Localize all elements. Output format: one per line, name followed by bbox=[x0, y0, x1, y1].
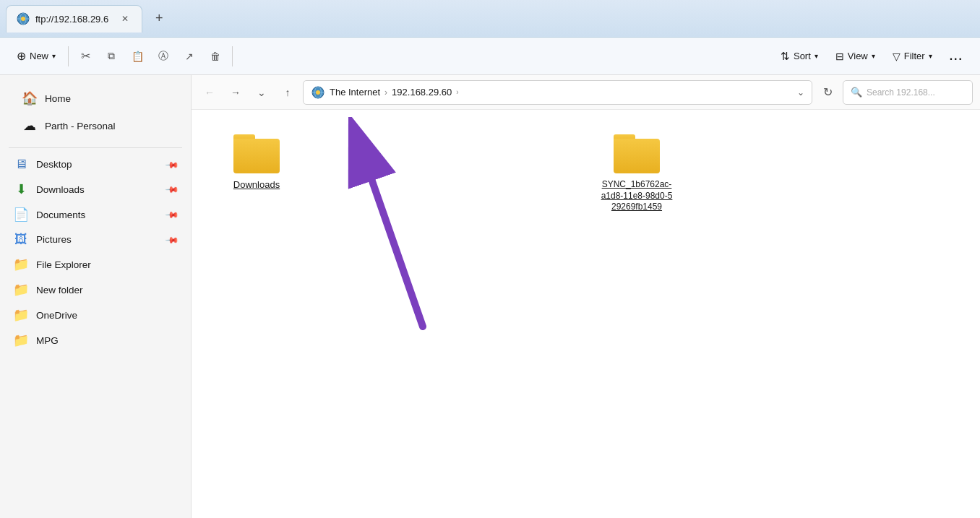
breadcrumb-current[interactable]: 192.168.29.60 bbox=[392, 87, 452, 98]
file-explorer-icon: 📁 bbox=[13, 256, 29, 272]
new-chevron-icon: ▾ bbox=[52, 52, 56, 60]
sidebar-item-pictures[interactable]: 🖼 Pictures 📌 bbox=[4, 228, 186, 251]
mpg-icon: 📁 bbox=[13, 332, 29, 348]
sidebar-item-documents[interactable]: 📄 Documents 📌 bbox=[4, 202, 186, 227]
view-label: View bbox=[848, 51, 868, 61]
back-button[interactable]: ← bbox=[199, 82, 220, 103]
folder-downloads-label: Downloads bbox=[233, 179, 280, 191]
folder-downloads[interactable]: Downloads bbox=[206, 127, 307, 220]
sort-chevron-icon: ▾ bbox=[814, 52, 818, 60]
svg-point-7 bbox=[316, 90, 320, 95]
arrow-annotation bbox=[278, 117, 510, 341]
breadcrumb-arrow-icon: › bbox=[456, 88, 458, 96]
toolbar: ⊕ New ▾ ✂ ⧉ 📋 Ⓐ ↗ 🗑 ⇅ Sort ▾ ⊟ View ▾ ▽ … bbox=[0, 38, 980, 75]
address-bar[interactable]: The Internet › 192.168.29.60 › ⌄ bbox=[303, 80, 812, 105]
forward-button[interactable]: → bbox=[225, 82, 246, 103]
new-button[interactable]: ⊕ New ▾ bbox=[9, 43, 64, 69]
folder-sync-label: SYNC_1b6762ac-a1d8-11e8-98d0-5 29269fb14… bbox=[592, 179, 682, 213]
sidebar-item-home[interactable]: 🏠 Home bbox=[13, 86, 178, 111]
cut-button[interactable]: ✂ bbox=[73, 43, 98, 69]
delete-icon: 🗑 bbox=[210, 51, 220, 62]
filter-button[interactable]: ▽ Filter ▾ bbox=[885, 43, 940, 69]
refresh-button[interactable]: ↻ bbox=[817, 82, 838, 103]
sidebar-desktop-label: Desktop bbox=[36, 159, 72, 170]
sort-button[interactable]: ⇅ Sort ▾ bbox=[773, 43, 826, 69]
download-icon: ⬇ bbox=[13, 181, 29, 197]
pin-icon-desktop: 📌 bbox=[165, 157, 180, 172]
up-button[interactable]: ↑ bbox=[277, 82, 298, 103]
recent-button[interactable]: ⌄ bbox=[251, 82, 272, 103]
sidebar-file-explorer-label: File Explorer bbox=[36, 259, 91, 270]
title-bar: ftp://192.168.29.6 ✕ + bbox=[0, 0, 980, 38]
new-label: New bbox=[30, 51, 48, 61]
sidebar-item-onedrive[interactable]: 📁 OneDrive bbox=[4, 303, 186, 327]
sidebar-divider-1 bbox=[9, 147, 182, 148]
cut-icon: ✂ bbox=[81, 49, 90, 63]
filter-icon: ▽ bbox=[893, 51, 901, 62]
breadcrumb-sep-1: › bbox=[384, 87, 387, 98]
new-folder-icon: 📁 bbox=[13, 282, 29, 298]
sidebar-documents-label: Documents bbox=[36, 210, 85, 220]
tab-favicon bbox=[17, 12, 30, 25]
copy-icon: ⧉ bbox=[108, 50, 115, 62]
onedrive-icon: 📁 bbox=[13, 307, 29, 323]
toolbar-right-group: ⇅ Sort ▾ ⊟ View ▾ ▽ Filter ▾ ... bbox=[773, 43, 971, 69]
view-chevron-icon: ▾ bbox=[872, 52, 875, 60]
breadcrumb-root[interactable]: The Internet bbox=[330, 87, 380, 98]
address-bar-icon bbox=[311, 85, 325, 100]
tab-close-button[interactable]: ✕ bbox=[119, 12, 132, 25]
sidebar-downloads-label: Downloads bbox=[36, 184, 85, 195]
address-bar-row: ← → ⌄ ↑ The Internet › 192.168.29.60 › ⌄… bbox=[192, 75, 980, 110]
folder-sync-icon bbox=[614, 134, 660, 173]
sidebar: 🏠 Home ☁ Parth - Personal 🖥 Desktop 📌 ⬇ … bbox=[0, 75, 192, 518]
svg-point-3 bbox=[21, 17, 25, 21]
sidebar-item-downloads[interactable]: ⬇ Downloads 📌 bbox=[4, 177, 186, 202]
desktop-icon: 🖥 bbox=[13, 157, 29, 172]
delete-button[interactable]: 🗑 bbox=[203, 43, 228, 69]
sidebar-new-folder-label: New folder bbox=[36, 285, 83, 295]
share-icon: ↗ bbox=[185, 51, 194, 62]
search-placeholder: Search 192.168... bbox=[867, 87, 935, 98]
sort-label: Sort bbox=[794, 51, 811, 61]
rename-button[interactable]: Ⓐ bbox=[151, 43, 176, 69]
sidebar-onedrive-label: OneDrive bbox=[36, 310, 77, 321]
pin-icon-documents: 📌 bbox=[165, 207, 180, 223]
new-icon: ⊕ bbox=[17, 49, 26, 63]
sidebar-item-desktop[interactable]: 🖥 Desktop 📌 bbox=[4, 152, 186, 176]
pictures-icon: 🖼 bbox=[13, 232, 29, 247]
cloud-icon: ☁ bbox=[22, 118, 38, 134]
sidebar-cloud-label: Parth - Personal bbox=[45, 121, 116, 131]
sort-icon: ⇅ bbox=[781, 50, 790, 63]
folder-sync[interactable]: SYNC_1b6762ac-a1d8-11e8-98d0-5 29269fb14… bbox=[586, 127, 687, 220]
copy-button[interactable]: ⧉ bbox=[99, 43, 124, 69]
sidebar-item-new-folder[interactable]: 📁 New folder bbox=[4, 277, 186, 302]
toolbar-separator-1 bbox=[68, 46, 69, 66]
sidebar-item-cloud[interactable]: ☁ Parth - Personal bbox=[13, 113, 178, 138]
view-icon: ⊟ bbox=[835, 51, 844, 62]
filter-label: Filter bbox=[904, 51, 925, 61]
paste-button[interactable]: 📋 bbox=[125, 43, 150, 69]
search-box[interactable]: 🔍 Search 192.168... bbox=[843, 80, 973, 105]
tab-title: ftp://192.168.29.6 bbox=[35, 14, 108, 25]
address-dropdown-button[interactable]: ⌄ bbox=[797, 87, 804, 98]
sidebar-item-file-explorer[interactable]: 📁 File Explorer bbox=[4, 252, 186, 277]
sidebar-mpg-label: MPG bbox=[36, 335, 59, 346]
paste-icon: 📋 bbox=[132, 51, 144, 62]
documents-icon: 📄 bbox=[13, 207, 29, 223]
view-button[interactable]: ⊟ View ▾ bbox=[828, 43, 883, 69]
sidebar-top-section: 🏠 Home ☁ Parth - Personal bbox=[0, 81, 191, 143]
sidebar-home-label: Home bbox=[45, 93, 71, 104]
content-area: ← → ⌄ ↑ The Internet › 192.168.29.60 › ⌄… bbox=[192, 75, 980, 518]
more-options-button[interactable]: ... bbox=[942, 43, 971, 69]
sidebar-item-mpg[interactable]: 📁 MPG bbox=[4, 328, 186, 353]
toolbar-separator-2 bbox=[232, 46, 233, 66]
active-tab[interactable]: ftp://192.168.29.6 ✕ bbox=[6, 5, 142, 33]
sidebar-pictures-label: Pictures bbox=[36, 234, 72, 245]
share-button[interactable]: ↗ bbox=[177, 43, 202, 69]
pin-icon-downloads: 📌 bbox=[165, 182, 180, 197]
new-tab-button[interactable]: + bbox=[148, 8, 170, 30]
more-icon: ... bbox=[950, 50, 963, 63]
main-area: 🏠 Home ☁ Parth - Personal 🖥 Desktop 📌 ⬇ … bbox=[0, 75, 980, 518]
home-icon: 🏠 bbox=[22, 90, 38, 106]
svg-line-9 bbox=[365, 160, 423, 327]
